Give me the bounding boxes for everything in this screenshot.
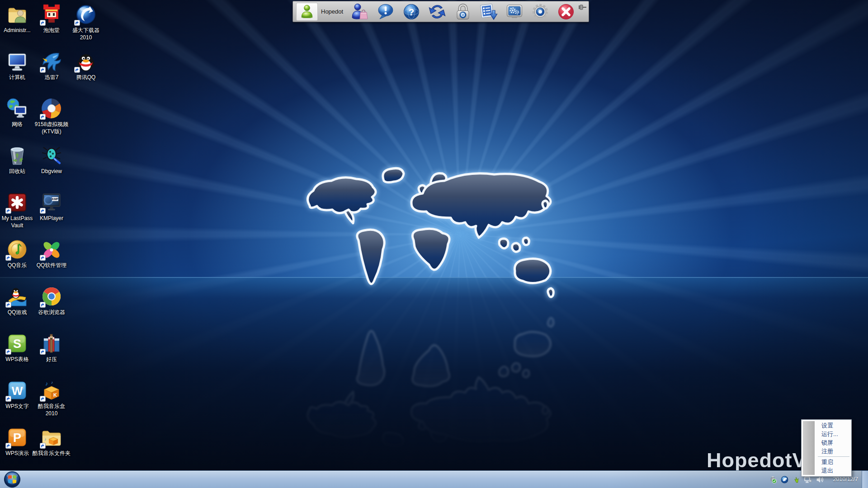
- menu-item-restart[interactable]: 重启: [802, 458, 851, 466]
- lock-icon: [454, 3, 472, 21]
- desktop-icon-wps-writer[interactable]: WWPS文字: [0, 380, 37, 410]
- user-shopping-icon: [351, 3, 369, 21]
- recycle-bin-icon: [6, 145, 28, 166]
- help-globe-icon: ?: [402, 3, 420, 21]
- toolbar-button-settings[interactable]: [531, 3, 549, 21]
- desktop-icon-dbgview[interactable]: Dbgview: [32, 145, 71, 175]
- desktop-icon-label: 迅雷7: [32, 74, 71, 81]
- kmplayer-monitor-icon: KMP: [41, 192, 62, 213]
- blue-sphere-icon[interactable]: [781, 476, 788, 483]
- shortcut-arrow-icon: [74, 67, 80, 73]
- desktop-icon-lastpass[interactable]: My LastPass Vault: [0, 192, 37, 229]
- qq-games-penguin-icon: [6, 286, 28, 307]
- svg-text:?: ?: [409, 7, 415, 17]
- toolbar-button-sync[interactable]: [428, 3, 446, 21]
- toolbar-user-button[interactable]: [296, 3, 318, 21]
- desktop-icon-label: 回收站: [0, 168, 37, 175]
- desktop-icon-qq-software-manager[interactable]: QQ软件管理: [32, 239, 71, 269]
- desktop-icon-network[interactable]: 网络: [0, 98, 37, 128]
- network-tray-icon[interactable]: [804, 476, 812, 483]
- monitor-gears-icon: [505, 3, 524, 21]
- volume-icon[interactable]: [816, 476, 824, 483]
- desktop-icon-wps-spreadsheet[interactable]: SWPS表格: [0, 333, 37, 363]
- menu-item-lock-screen[interactable]: 锁屏: [802, 438, 851, 447]
- shortcut-arrow-icon: [5, 208, 11, 214]
- desktop-icon-label: 酷我音乐文件夹: [32, 450, 71, 457]
- shortcut-arrow-icon: [40, 67, 46, 73]
- pinwheel-video-icon: [41, 98, 62, 119]
- desktop-icon-shanda-downloader[interactable]: 盛大下载器 2010: [66, 4, 105, 41]
- shortcut-arrow-icon: [40, 349, 46, 355]
- shortcut-arrow-icon: [74, 20, 80, 26]
- desktop-icon-label: WPS演示: [0, 450, 37, 457]
- svg-text:♪: ♪: [44, 437, 47, 441]
- desktop-icon-xunlei7[interactable]: 迅雷7: [32, 51, 71, 81]
- svg-text:P: P: [13, 431, 21, 445]
- toolbar-button-help[interactable]: ?: [402, 3, 420, 21]
- toolbar-button-alerts[interactable]: [377, 3, 395, 21]
- menu-item-register[interactable]: 注册: [802, 447, 851, 455]
- xunlei-bird-icon: [41, 51, 62, 72]
- desktop-icon-haozip[interactable]: 好压: [32, 333, 71, 363]
- shortcut-arrow-icon: [40, 443, 46, 449]
- kuwo-box-icon: ♪♪K: [41, 380, 62, 401]
- show-desktop-button[interactable]: [862, 471, 868, 488]
- desktop-icon-recycle-bin[interactable]: 回收站: [0, 145, 37, 175]
- hopedot-toolbar: Hopedot ?: [292, 1, 589, 22]
- kuwo-folder-icon: ♪: [41, 427, 62, 448]
- desktop-icon-wps-presentation[interactable]: PWPS演示: [0, 427, 37, 457]
- desktop-icon-label: 腾讯QQ: [66, 74, 105, 81]
- desktop-icon-google-chrome[interactable]: 谷歌浏览器: [32, 286, 71, 316]
- desktop-icon-tencent-qq[interactable]: 腾讯QQ: [66, 51, 105, 81]
- desktop-icon-label: 9158虚拟视频(KTV版): [32, 121, 71, 135]
- toolbar-button-system[interactable]: [505, 3, 524, 21]
- desktop-icon-paopaotang[interactable]: 泡泡堂: [32, 4, 71, 34]
- desktop-icon-kuwo-music-box[interactable]: ♪♪K酷我音乐盒2010: [32, 380, 71, 417]
- qq-penguin-icon: [75, 51, 97, 72]
- green-user-icon: [300, 4, 314, 20]
- desktop-icon-label: WPS表格: [0, 356, 37, 363]
- desktop-icon-kmplayer[interactable]: KMPKMPlayer: [32, 192, 71, 222]
- desktop-icon-label: 谷歌浏览器: [32, 309, 71, 316]
- svg-text:K: K: [53, 392, 57, 398]
- svg-text:KMP: KMP: [52, 197, 59, 201]
- desktop-icon-kuwo-music-folder[interactable]: ♪酷我音乐文件夹: [32, 427, 71, 457]
- shortcut-arrow-icon: [40, 208, 46, 214]
- desktop-icon-label: 酷我音乐盒2010: [32, 403, 71, 417]
- wps-p-icon: P: [6, 427, 28, 448]
- toolbar-user-label: Hopedot: [321, 8, 343, 15]
- desktop-icon-administrator[interactable]: Administr...: [0, 4, 37, 34]
- toolbar-button-lock[interactable]: [454, 3, 472, 21]
- menu-item-run[interactable]: 运行...: [802, 430, 851, 438]
- computer-icon: [6, 51, 28, 72]
- usb-safely-remove-icon[interactable]: [769, 476, 777, 483]
- start-button[interactable]: [4, 471, 21, 488]
- desktop-icon-label: 盛大下载器 2010: [66, 27, 105, 41]
- gear-icon: [531, 3, 549, 21]
- desktop-icon-label: QQ游戏: [0, 309, 37, 316]
- shortcut-arrow-icon: [40, 396, 46, 402]
- clover-icon: [41, 239, 62, 260]
- desktop-icon-qq-games[interactable]: QQ游戏: [0, 286, 37, 316]
- desktop-icon-qq-music[interactable]: QQ音乐: [0, 239, 37, 269]
- menu-item-exit[interactable]: 退出: [802, 466, 851, 475]
- green-status-icon[interactable]: [793, 476, 800, 483]
- desktop-icon-label: My LastPass Vault: [0, 215, 37, 229]
- toolbar-button-contacts[interactable]: [351, 3, 369, 21]
- shortcut-arrow-icon: [40, 20, 46, 26]
- toolbar-button-tasks[interactable]: [480, 3, 498, 21]
- desktop-icon-computer[interactable]: 计算机: [0, 51, 37, 81]
- desktop-icon-label: WPS文字: [0, 403, 37, 410]
- alert-bubble-icon: [377, 3, 395, 21]
- shortcut-arrow-icon: [5, 396, 11, 402]
- taskbar-date[interactable]: 2010/12/7: [833, 476, 858, 483]
- toolbar-button-close[interactable]: [557, 3, 575, 21]
- pin-icon[interactable]: [578, 4, 587, 11]
- paopaotang-game-icon: [41, 4, 62, 25]
- chrome-icon: [41, 286, 62, 307]
- lastpass-asterisk-icon: [6, 192, 28, 213]
- menu-item-settings[interactable]: 设置: [802, 421, 851, 430]
- desktop-icon-video-9158[interactable]: 9158虚拟视频(KTV版): [32, 98, 71, 135]
- svg-text:W: W: [12, 384, 23, 398]
- debug-bug-icon: [41, 145, 62, 166]
